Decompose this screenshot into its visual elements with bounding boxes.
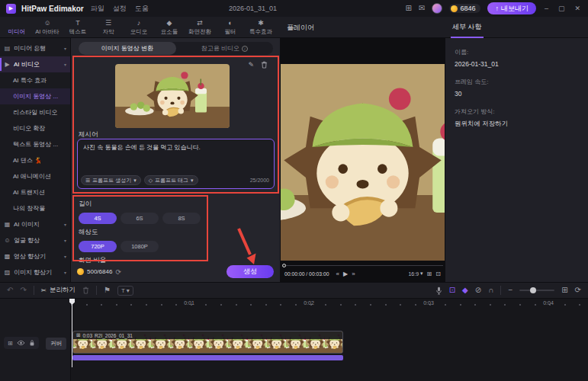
clip-icon: ⊞ [76,332,80,338]
zoom-slider-handle[interactable] [530,287,536,293]
minimize-button[interactable]: – [543,5,550,12]
details-panel: 이름: 2026-01-31_01 프레임 속도: 30 가져오기 방식: 원위… [445,38,588,282]
sidebar-item-restyle-video[interactable]: 리스타일 비디오 [0,104,70,120]
length-option-4s[interactable]: 4S [79,213,117,224]
resolution-label: 해상도 [79,228,204,237]
tab-reference-video[interactable]: 참고용 비디오 i [176,42,274,55]
maximize-button[interactable]: ▢ [557,5,567,12]
menu-file[interactable]: 파일 [89,4,106,14]
tab-text[interactable]: T 텍스트 [63,17,93,38]
refresh-timeline-icon[interactable]: ⟳ [575,287,581,294]
tab-effects[interactable]: ✱ 특수효과 [246,17,276,38]
generate-button[interactable]: 생성 [227,265,274,278]
sidebar-item-ai-image[interactable]: ▦ AI 이미지 ▾ [0,216,70,232]
play-button[interactable]: ▶ [343,271,348,277]
sidebar-item-image-enhancer[interactable]: ▨ 이미지 향상기 ▾ [0,264,70,280]
avatar-icon: ☺ [43,20,50,27]
layout-icon[interactable]: ⊞ [406,5,412,12]
sidebar-item-media-bank[interactable]: ▤ 미디어 은행 ▾ [0,40,70,56]
mic-icon[interactable] [435,287,442,295]
playhead[interactable] [72,299,72,367]
fullscreen-icon[interactable]: ⊡ [435,271,441,277]
delete-icon[interactable] [261,61,268,69]
aspect-ratio-select[interactable]: 16:9 ▾ [408,271,423,277]
resolution-option-1080p[interactable]: 1080P [120,241,159,252]
split-button[interactable]: ✂ 분리하기 [41,286,76,295]
sidebar-item-video-extend[interactable]: 비디오 확장 [0,120,70,136]
delete-icon[interactable] [82,287,89,294]
redo-icon[interactable]: ↷ [20,287,26,294]
text-tool-button[interactable]: T ▾ [117,286,133,296]
prompt-generator-button[interactable]: ☰ 프롬프트 생성기 ▾ [81,175,141,185]
sidebar-item-ai-animation[interactable]: AI 애니메이션 [0,168,70,184]
menu-help[interactable]: 도움 [133,4,150,14]
tab-transitions[interactable]: ⇄ 화면전환 [185,17,215,38]
snapshot-icon[interactable]: ⊞ [427,271,432,277]
ruler-mark: 0:04 [543,300,554,306]
export-button[interactable]: ↑ 내보내기 [487,2,536,14]
player-panel-title: 플레이어 [287,23,314,33]
feedback-icon[interactable]: ✉ [419,5,425,12]
sidebar-item-ai-effects[interactable]: AI 특수 효과 [0,72,70,88]
sidebar-item-image-to-video[interactable]: 이미지 동영상 ... [0,88,70,104]
sidebar-item-ai-dance[interactable]: AI 댄스 💃 [0,152,70,168]
folder-icon: ▤ [4,45,11,52]
mute-icon[interactable]: ⊘ [475,287,481,294]
tab-details[interactable]: 세부 사항 [451,17,484,38]
sidebar-item-text-to-video[interactable]: 텍스트 동영상 ... [0,136,70,152]
close-button[interactable]: ✕ [573,5,582,12]
menu-settings[interactable]: 설정 [111,4,128,14]
sidebar-item-ai-video[interactable]: ▶ AI 비디오 ▾ [0,56,70,72]
refresh-icon[interactable]: ⟳ [115,268,121,276]
lock-icon[interactable] [29,339,35,347]
clip-header: ⊞ 0:03 R2I_2026_01_31 [73,331,342,339]
previous-frame-button[interactable]: « [336,271,339,277]
tab-media[interactable]: 미디어 [2,17,32,38]
fit-timeline-icon[interactable]: ⊞ [561,287,567,294]
track-menu-icon[interactable]: ⊞ [8,340,13,347]
tab-ai-avatar[interactable]: ☺ AI 아바타 [32,17,63,38]
audio-icon: ♪ [137,20,141,27]
eye-icon[interactable] [17,340,25,346]
prompt-text[interactable]: 사진 속 동물은 손에 든 것을 먹고 있습니다. [83,143,268,152]
length-option-8s[interactable]: 8S [162,213,201,224]
tab-filters[interactable]: ◐ 필터 [215,17,246,38]
tag-icon: ◇ [149,178,153,184]
sidebar-item-face-enhance[interactable]: ☺ 얼굴 향상 ▾ [0,232,70,248]
tab-audio[interactable]: ♪ 오디오 [124,17,154,38]
caption-track-icon[interactable]: ⊡ [449,287,455,294]
video-preview[interactable] [281,64,445,261]
next-frame-button[interactable]: » [352,271,355,277]
audio-track-bar[interactable] [72,355,343,360]
timeline-track-header: ⊞ 커버 [0,299,71,381]
zoom-out-icon[interactable]: − [508,287,512,294]
credits-count: 6846 [460,5,475,12]
sidebar-item-my-creations[interactable]: 나의 창작물 [0,200,70,216]
video-clip[interactable]: ⊞ 0:03 R2I_2026_01_31 [72,331,343,354]
credits-badge[interactable]: 6846 [449,4,480,13]
tab-subtitle[interactable]: ☰ 자막 [93,17,124,38]
marker-icon[interactable]: ⚑ [104,287,111,294]
keyframe-icon[interactable]: ◆ [462,287,468,294]
tab-elements[interactable]: ◆ 요소들 [154,17,185,38]
face-icon: ☺ [4,237,11,244]
chevron-down-icon: ▾ [64,254,66,259]
ai-image-to-video-panel: 이미지 동영상 변환 참고용 비디오 i ✎ 제시어 사진 속 동물은 손에 든… [71,38,281,282]
magnet-icon[interactable]: ∩ [488,287,493,294]
prompt-input[interactable]: 사진 속 동물은 손에 든 것을 먹고 있습니다. ☰ 프롬프트 생성기 ▾ ◇… [77,139,275,189]
image-icon: ▦ [4,221,11,228]
sidebar-item-ai-transition[interactable]: AI 트랜지션 [0,184,70,200]
tab-image-to-video[interactable]: 이미지 동영상 변환 [79,42,176,55]
length-option-6s[interactable]: 6S [120,213,159,224]
prompt-tag-button[interactable]: ◇ 프롬프트 태그 ▾ [144,175,198,185]
undo-icon[interactable]: ↶ [7,287,13,294]
timeline-zoom-slider[interactable] [519,290,554,291]
edit-icon[interactable]: ✎ [248,61,254,69]
resolution-option-720p[interactable]: 720P [79,241,117,252]
cover-button[interactable]: 커버 [46,338,66,350]
avatar[interactable] [432,3,442,14]
image-actions: ✎ [248,61,268,69]
sidebar-item-video-enhancer[interactable]: ▩ 영상 향상기 ▾ [0,248,70,264]
source-image-preview[interactable] [115,64,230,128]
timeline-ruler[interactable]: 0:01 0:02 0:03 0:04 [71,299,588,309]
